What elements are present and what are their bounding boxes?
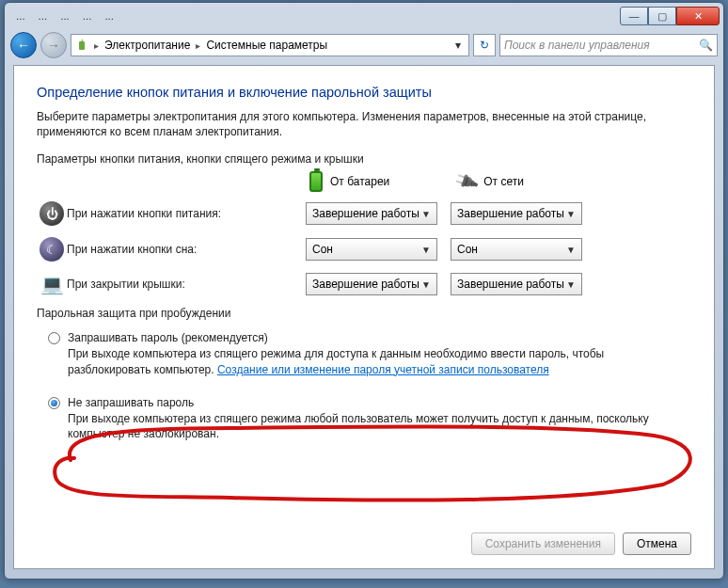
col-ac-label: От сети: [483, 175, 524, 188]
combo-sleep-ac[interactable]: Сон▼: [451, 238, 582, 261]
section-label-password: Парольная защита при пробуждении: [37, 307, 691, 320]
section-label-buttons: Параметры кнопки питания, кнопки спящего…: [37, 152, 691, 166]
search-icon[interactable]: 🔍: [699, 39, 713, 52]
battery-icon: [309, 171, 323, 192]
radio-desc: При выходе компьютера из спящего режима …: [68, 346, 691, 376]
radio-title: Запрашивать пароль (рекомендуется): [68, 331, 691, 344]
lid-icon: 💻: [40, 273, 64, 295]
menu-item[interactable]: ...: [83, 10, 92, 22]
close-button[interactable]: ✕: [676, 7, 720, 25]
svg-rect-0: [79, 41, 85, 50]
create-password-link[interactable]: Создание или изменение пароля учетной за…: [217, 363, 549, 376]
power-icon: [73, 37, 90, 54]
menu-item[interactable]: ...: [60, 10, 70, 22]
radio-group-password: Запрашивать пароль (рекомендуется) При в…: [37, 327, 691, 443]
col-battery: От батареи: [309, 171, 389, 192]
page-title: Определение кнопок питания и включение п…: [37, 85, 691, 100]
plug-icon: 🔌: [452, 168, 480, 196]
menu-item[interactable]: ...: [39, 10, 48, 22]
combo-lid-battery[interactable]: Завершение работы▼: [306, 273, 437, 295]
col-ac: 🔌 От сети: [455, 171, 524, 192]
window-controls: — ▢ ✕: [620, 7, 720, 25]
minimize-button[interactable]: —: [620, 7, 648, 25]
page-intro: Выберите параметры электропитания для эт…: [37, 109, 691, 139]
menu-item[interactable]: ...: [104, 10, 114, 22]
back-button[interactable]: ←: [10, 32, 37, 58]
titlebar: ... ... ... ... ... — ▢ ✕: [5, 3, 723, 29]
content-pane: Определение кнопок питания и включение п…: [13, 65, 715, 569]
chevron-down-icon: ▼: [421, 279, 431, 290]
chevron-down-icon: ▼: [421, 209, 431, 219]
row-label: При закрытии крышки:: [67, 278, 306, 291]
combo-lid-ac[interactable]: Завершение работы▼: [451, 273, 582, 295]
button-row: Сохранить изменения Отмена: [471, 532, 691, 555]
refresh-button[interactable]: ↻: [473, 34, 496, 56]
address-bar[interactable]: ▸ Электропитание ▸ Системные параметры ▾: [71, 34, 469, 56]
forward-button[interactable]: →: [40, 32, 67, 58]
radio-no-password[interactable]: Не запрашивать пароль При выходе компьют…: [37, 392, 691, 443]
combo-sleep-battery[interactable]: Сон▼: [306, 238, 437, 261]
menu-strip: ... ... ... ... ...: [12, 10, 114, 22]
search-input[interactable]: Поиск в панели управления 🔍: [499, 34, 718, 56]
row-sleep-button: ☾ При нажатии кнопки сна: Сон▼ Сон▼: [37, 237, 691, 262]
window-frame: ... ... ... ... ... — ▢ ✕ ← → ▸ Электроп…: [4, 2, 724, 580]
breadcrumb-seg[interactable]: Электропитание: [103, 39, 192, 52]
row-power-button: ⏻ При нажатии кнопки питания: Завершение…: [37, 201, 691, 226]
chevron-down-icon: ▼: [566, 245, 576, 255]
combo-power-battery[interactable]: Завершение работы▼: [306, 202, 437, 225]
search-placeholder: Поиск в панели управления: [504, 39, 650, 52]
radio-icon: [48, 332, 60, 344]
combo-power-ac[interactable]: Завершение работы▼: [451, 202, 582, 225]
col-battery-label: От батареи: [330, 175, 389, 188]
menu-item[interactable]: ...: [16, 10, 25, 22]
nav-row: ← → ▸ Электропитание ▸ Системные парамет…: [5, 29, 723, 61]
column-headers: От батареи 🔌 От сети: [309, 171, 691, 192]
chevron-down-icon: ▼: [566, 279, 576, 290]
power-button-icon: ⏻: [40, 201, 64, 226]
breadcrumb-seg[interactable]: Системные параметры: [204, 39, 329, 52]
radio-icon: [48, 397, 60, 409]
save-button[interactable]: Сохранить изменения: [471, 532, 615, 555]
chevron-down-icon: ▼: [566, 209, 576, 219]
chevron-down-icon: ▼: [421, 245, 431, 255]
chevron-right-icon: ▸: [92, 40, 101, 51]
sleep-button-icon: ☾: [40, 237, 64, 262]
radio-require-password[interactable]: Запрашивать пароль (рекомендуется) При в…: [37, 327, 691, 378]
chevron-down-icon[interactable]: ▾: [450, 39, 467, 52]
radio-desc: При выходе компьютера из спящего режима …: [68, 411, 691, 441]
cancel-button[interactable]: Отмена: [623, 532, 691, 555]
maximize-button[interactable]: ▢: [648, 7, 676, 25]
row-lid: 💻 При закрытии крышки: Завершение работы…: [37, 273, 691, 295]
radio-title: Не запрашивать пароль: [68, 396, 691, 409]
row-label: При нажатии кнопки питания:: [67, 207, 306, 220]
row-label: При нажатии кнопки сна:: [67, 243, 306, 256]
chevron-right-icon: ▸: [194, 40, 202, 51]
